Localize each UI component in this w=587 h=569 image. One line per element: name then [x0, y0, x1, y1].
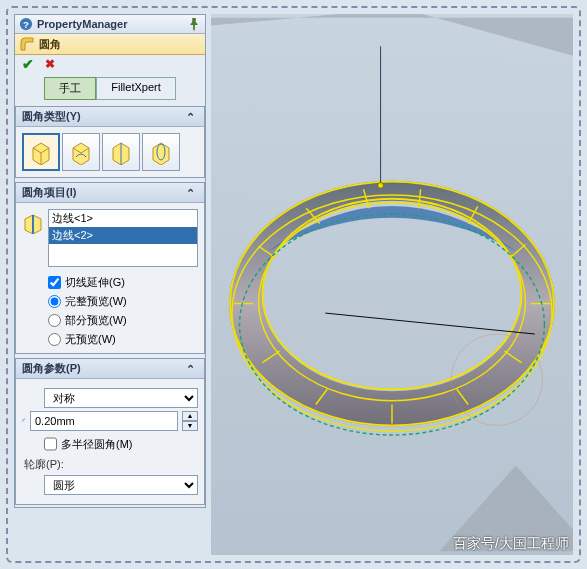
radio-none[interactable]: [48, 333, 61, 346]
radio-full[interactable]: [48, 295, 61, 308]
mode-tabs: 手工 FilletXpert: [15, 73, 205, 104]
edge-selection-list[interactable]: 边线<1> 边线<2>: [48, 209, 198, 267]
property-manager-panel: ? PropertyManager 圆角 ✔ ✖ 手工 FilletXpert …: [14, 14, 206, 508]
group-header-params[interactable]: 圆角参数(P) ⌃: [16, 359, 204, 379]
opt-full[interactable]: 完整预览(W): [48, 294, 198, 309]
list-item[interactable]: 边线<1>: [49, 210, 197, 227]
ok-button[interactable]: ✔: [21, 57, 35, 71]
group-title-params: 圆角参数(P): [22, 361, 81, 376]
help-icon[interactable]: ?: [19, 17, 33, 31]
tab-filletxpert[interactable]: FilletXpert: [96, 77, 176, 100]
checkbox-tangent[interactable]: [48, 276, 61, 289]
type-full-round[interactable]: [142, 133, 180, 171]
opt-none[interactable]: 无预览(W): [48, 332, 198, 347]
profile-select[interactable]: 圆形: [44, 475, 198, 495]
confirm-row: ✔ ✖: [15, 55, 205, 73]
feature-name: 圆角: [39, 37, 61, 52]
type-constant-radius[interactable]: [22, 133, 60, 171]
opt-partial[interactable]: 部分预览(W): [48, 313, 198, 328]
pin-icon[interactable]: [187, 17, 201, 31]
svg-point-24: [378, 183, 384, 189]
group-fillet-items: 圆角项目(I) ⌃ 边线<1> 边线<2> 切线延伸(G) 完整预览(W) 部分: [15, 182, 205, 354]
group-fillet-type: 圆角类型(Y) ⌃: [15, 106, 205, 178]
chevron-up-icon: ⌃: [186, 363, 198, 375]
fillet-icon: [19, 36, 35, 52]
group-title-type: 圆角类型(Y): [22, 109, 81, 124]
checkbox-multiradius[interactable]: [44, 434, 57, 454]
feature-title-bar: 圆角: [15, 34, 205, 55]
tab-manual[interactable]: 手工: [44, 77, 96, 100]
radius-icon: [22, 412, 26, 430]
svg-line-25: [325, 313, 535, 334]
spin-up[interactable]: ▲: [182, 411, 198, 421]
svg-point-3: [24, 419, 25, 420]
type-face-fillet[interactable]: [102, 133, 140, 171]
list-item[interactable]: 边线<2>: [49, 227, 197, 244]
graphics-viewport[interactable]: 半径: 0.2mm: [211, 14, 573, 555]
profile-label: 轮廓(P):: [24, 457, 198, 472]
radio-partial[interactable]: [48, 314, 61, 327]
pm-title: PropertyManager: [37, 18, 183, 30]
group-title-items: 圆角项目(I): [22, 185, 76, 200]
symmetry-select[interactable]: 对称: [44, 388, 198, 408]
radius-input[interactable]: [30, 411, 178, 431]
pm-header: ? PropertyManager: [15, 15, 205, 34]
fillet-type-buttons: [22, 133, 198, 171]
chevron-up-icon: ⌃: [186, 187, 198, 199]
cancel-button[interactable]: ✖: [43, 57, 57, 71]
group-header-items[interactable]: 圆角项目(I) ⌃: [16, 183, 204, 203]
spin-down[interactable]: ▼: [182, 421, 198, 431]
watermark-text: 百家号/大国工程师: [453, 535, 569, 553]
type-variable-radius[interactable]: [62, 133, 100, 171]
group-fillet-params: 圆角参数(P) ⌃ 对称 ▲ ▼: [15, 358, 205, 505]
svg-text:?: ?: [23, 19, 29, 30]
radius-spinner: ▲ ▼: [182, 411, 198, 431]
group-header-type[interactable]: 圆角类型(Y) ⌃: [16, 107, 204, 127]
chevron-up-icon: ⌃: [186, 111, 198, 123]
opt-multiradius[interactable]: 多半径圆角(M): [44, 434, 133, 454]
opt-tangent[interactable]: 切线延伸(G): [48, 275, 198, 290]
edge-select-icon: [22, 212, 44, 234]
